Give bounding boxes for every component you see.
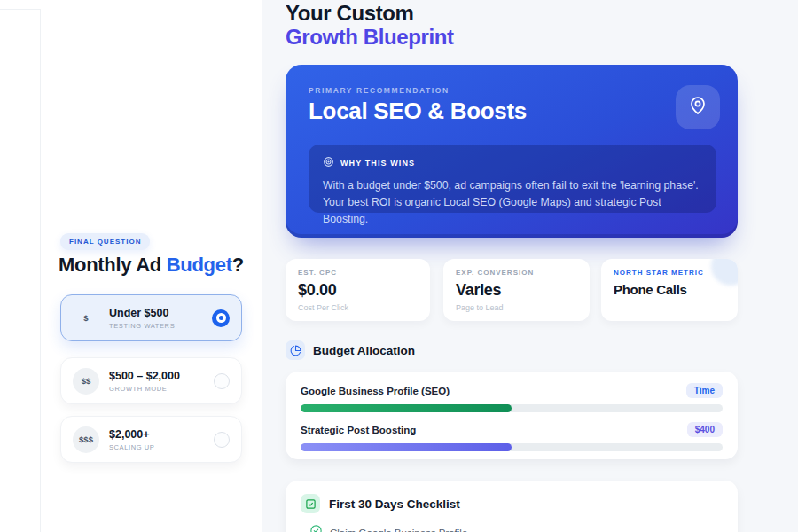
option-sublabel: TESTING WATERS — [109, 322, 175, 330]
stat-sublabel: Page to Lead — [456, 303, 577, 312]
checklist-header: First 30 Days Checklist — [301, 494, 723, 513]
progress-track — [301, 443, 723, 451]
allocation-row-seo: Google Business Profile (SEO) Time — [301, 383, 723, 412]
budget-option-2000-plus[interactable]: $$$ $2,000+ SCALING UP — [60, 416, 242, 463]
recommendation-eyebrow: PRIMARY RECOMMENDATION — [309, 86, 450, 95]
target-icon — [323, 155, 334, 171]
question-highlight: Budget — [167, 254, 232, 276]
budget-option-500-2000[interactable]: $$ $500 – $2,000 GROWTH MODE — [60, 357, 242, 404]
dollar-dollar-dollar-icon: $$$ — [73, 426, 99, 453]
allocation-badge: $400 — [687, 422, 723, 437]
allocation-label: Google Business Profile (SEO) — [301, 386, 450, 396]
progress-fill-boosting — [301, 443, 512, 451]
option-label: $500 – $2,000 — [109, 370, 180, 382]
option-text: $500 – $2,000 GROWTH MODE — [109, 370, 180, 393]
question-prefix: Monthly Ad — [59, 254, 167, 276]
stat-label: NORTH STAR METRIC — [614, 269, 725, 277]
stat-card-north-star: NORTH STAR METRIC Phone Calls — [601, 259, 738, 321]
checklist-item-label: Claim Google Business Profile — [330, 528, 467, 532]
location-pin-icon — [687, 95, 708, 120]
recommendation-title: Local SEO & Boosts — [309, 98, 527, 125]
stat-value: Varies — [456, 281, 577, 300]
dollar-icon: $ — [73, 305, 99, 332]
frame-divider-horizontal — [0, 9, 40, 10]
budget-option-under-500[interactable]: $ Under $500 TESTING WATERS — [60, 294, 242, 341]
stat-card-conversion: EXP. CONVERSION Varies Page to Lead — [443, 259, 590, 321]
checklist-title: First 30 Days Checklist — [329, 497, 460, 511]
question-suffix: ? — [232, 254, 244, 276]
option-text: $2,000+ SCALING UP — [109, 428, 154, 451]
checklist-item[interactable]: Claim Google Business Profile — [309, 524, 723, 532]
option-text: Under $500 TESTING WATERS — [109, 307, 175, 330]
budget-allocation-card: Google Business Profile (SEO) Time Strat… — [286, 372, 738, 459]
stat-label: EXP. CONVERSION — [456, 269, 577, 277]
option-label: $2,000+ — [109, 428, 154, 441]
allocation-label: Strategic Post Boosting — [301, 425, 416, 435]
page-title-line2: Growth Blueprint — [286, 25, 454, 50]
final-question-badge: FINAL QUESTION — [60, 233, 150, 250]
option-sublabel: SCALING UP — [109, 443, 154, 451]
check-square-icon — [301, 494, 320, 513]
first-30-days-checklist-card: First 30 Days Checklist Claim Google Bus… — [286, 481, 738, 532]
stat-value: $0.00 — [298, 281, 418, 300]
radio-unselected[interactable] — [214, 432, 230, 448]
progress-fill-seo — [301, 404, 512, 412]
budget-allocation-header: Budget Allocation — [286, 340, 415, 360]
page-title-line1: Your Custom — [286, 1, 414, 26]
stat-label: EST. CPC — [298, 269, 418, 277]
allocation-row-boosting: Strategic Post Boosting $400 — [301, 422, 723, 451]
budget-allocation-title: Budget Allocation — [313, 344, 415, 357]
pie-chart-icon — [286, 340, 305, 360]
radio-selected[interactable] — [212, 309, 230, 327]
question-panel: FINAL QUESTION Monthly Ad Budget? $ Unde… — [41, 9, 262, 532]
why-this-wins-text: With a budget under $500, ad campaigns o… — [323, 177, 702, 228]
location-pin-button[interactable] — [676, 85, 720, 129]
radio-unselected[interactable] — [214, 373, 230, 389]
circle-check-icon — [309, 524, 323, 532]
dollar-dollar-icon: $$ — [73, 368, 99, 395]
why-this-wins-panel: WHY THIS WINS With a budget under $500, … — [309, 145, 716, 213]
stat-sublabel: Cost Per Click — [298, 303, 418, 312]
allocation-badge: Time — [686, 383, 723, 398]
stat-value: Phone Calls — [614, 282, 725, 297]
progress-track — [301, 404, 723, 412]
option-label: Under $500 — [109, 307, 175, 319]
why-this-wins-label: WHY THIS WINS — [340, 159, 415, 168]
question-title: Monthly Ad Budget? — [59, 254, 244, 277]
stat-card-cpc: EST. CPC $0.00 Cost Per Click — [286, 259, 430, 321]
option-sublabel: GROWTH MODE — [109, 385, 180, 393]
app-window: FINAL QUESTION Monthly Ad Budget? $ Unde… — [0, 0, 798, 532]
why-this-wins-header: WHY THIS WINS — [323, 155, 702, 171]
primary-recommendation-card: PRIMARY RECOMMENDATION Local SEO & Boost… — [286, 65, 738, 238]
